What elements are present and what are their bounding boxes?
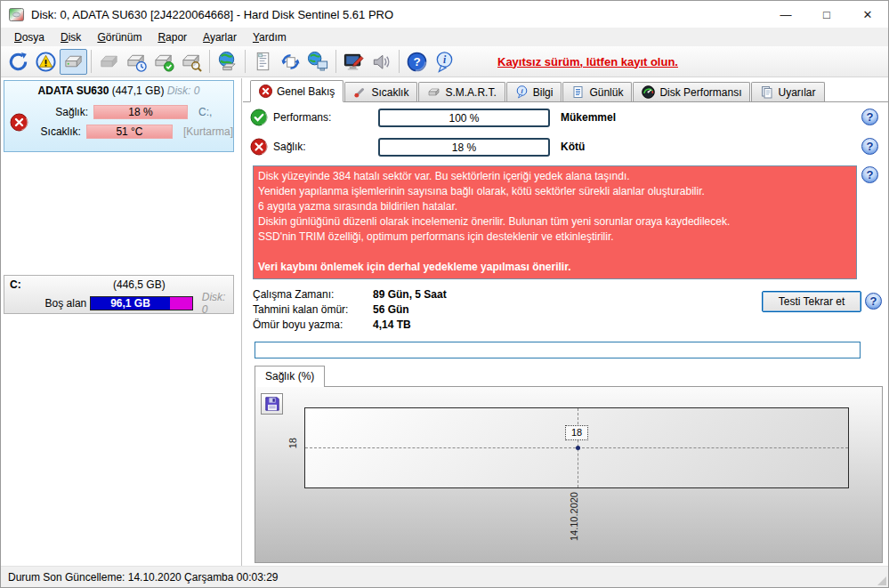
gauge-icon: [642, 85, 655, 99]
stat-label: Tahmini kalan ömür:: [253, 303, 373, 318]
thermometer-icon: [353, 85, 367, 99]
warning-line: 6 aygıta yazma sırasında bildirilen hata…: [258, 199, 852, 214]
tab-uyarilar[interactable]: Uyarılar: [751, 82, 824, 101]
health-value: 18 %: [380, 141, 548, 154]
warning-line: Yeniden yapılanma işlemlerinin sayısına …: [258, 184, 852, 199]
sidebar-temp-bar: 51 °C: [86, 125, 173, 139]
minimize-button[interactable]: —: [765, 1, 806, 28]
menu-disk[interactable]: Disk: [53, 29, 89, 45]
disk-clock-icon[interactable]: [123, 49, 150, 75]
warning-line: Diskin günlüğünü düzenli olarak inceleme…: [258, 214, 852, 230]
document-icon: [571, 85, 585, 99]
warning-final-line: Veri kaybını önlemek için derhal yedekle…: [258, 260, 852, 275]
help-icon[interactable]: ?: [403, 49, 431, 75]
free-space-bar: 96,1 GB: [90, 296, 192, 310]
tab-sicaklik[interactable]: Sıcaklık: [344, 82, 417, 101]
menu-gorunum[interactable]: Görünüm: [89, 29, 150, 45]
save-chart-button[interactable]: [261, 393, 283, 415]
disk-model: ADATA SU630: [38, 85, 109, 97]
warning-textbox: Disk yüzeyinde 384 hatalı sektör var. Bu…: [253, 165, 857, 279]
warning-report-icon[interactable]: [32, 49, 60, 75]
retest-button[interactable]: Testi Tekrar et: [762, 291, 861, 312]
warning-help-icon[interactable]: ?: [861, 166, 878, 183]
health-chart-panel: 18 18 14.10.2020: [255, 386, 883, 563]
chart-tab-saglik[interactable]: Sağlık (%): [255, 366, 325, 387]
disk-overview-icon[interactable]: [60, 49, 87, 75]
menu-dosya[interactable]: Dosya: [6, 29, 53, 45]
menu-yardim[interactable]: Yardım: [245, 29, 295, 45]
disk-number: Disk: 0: [167, 85, 200, 97]
health-row: Sağlık: 18 % Kötü ?: [243, 137, 889, 157]
menu-ayarlar[interactable]: Ayarlar: [195, 29, 245, 45]
chart-y-tick: 18: [287, 438, 298, 448]
register-notice-link[interactable]: Kayıtsız sürüm, lütfen kayıt olun.: [497, 55, 678, 68]
retest-help-icon[interactable]: ?: [865, 293, 882, 310]
tab-genel-bakis[interactable]: Genel Bakış: [250, 80, 343, 102]
performance-help-icon[interactable]: ?: [861, 109, 878, 125]
tab-smart[interactable]: S.M.A.R.T.: [418, 82, 505, 101]
tab-bilgi[interactable]: i Bilgi: [506, 82, 562, 101]
health-label: Sağlık:: [273, 141, 371, 153]
report-icon[interactable]: [249, 49, 277, 75]
chart-point-label: 18: [565, 425, 588, 440]
info-icon[interactable]: i: [431, 49, 458, 75]
menu-rapor[interactable]: Rapor: [150, 29, 195, 45]
partition-list-item[interactable]: C: (446,5 GB) Boş alan 96,1 GB Disk: 0: [4, 275, 234, 314]
close-button[interactable]: ✕: [847, 1, 888, 28]
statusbar: Durum Son Güncelleme: 14.10.2020 Çarşamb…: [1, 566, 888, 587]
sync-icon[interactable]: [277, 49, 304, 75]
stat-value: 56 Gün: [373, 303, 409, 318]
performance-row: Performans: 100 % Mükemmel ?: [243, 108, 889, 127]
partition-size: (446,5 GB): [113, 278, 166, 291]
disk-search-icon[interactable]: [178, 49, 206, 75]
app-icon[interactable]: [9, 7, 24, 22]
window-title: Disk: 0, ADATA SU630 [2J4220064668] - Ha…: [31, 8, 393, 21]
resize-grip[interactable]: [877, 576, 886, 585]
disk-icon: [427, 85, 440, 99]
app-window: Disk: 0, ADATA SU630 [2J4220064668] - Ha…: [0, 0, 889, 588]
refresh-icon[interactable]: [4, 49, 32, 75]
sidebar-health-label: Sağlık:: [4, 106, 93, 118]
toolbar: ? i Kayıtsız sürüm, lütfen kayıt olun.: [1, 46, 888, 77]
disk-check-icon[interactable]: [150, 49, 178, 75]
stat-label: Ömür boyu yazma:: [253, 318, 373, 334]
info-balloon-icon: i: [515, 85, 529, 99]
monitor-pen-icon[interactable]: [340, 49, 368, 75]
chart-plot-area: 18: [304, 407, 849, 488]
disk-list-item[interactable]: ADATA SU630 (447,1 GB) Disk: 0 Sağlık: 1…: [4, 80, 234, 152]
main-panel: Genel Bakış Sıcaklık S.M.A.R.T. i Bilgi …: [243, 78, 889, 568]
chart-x-tick: 14.10.2020: [569, 492, 579, 541]
svg-text:?: ?: [413, 55, 420, 68]
toolbar-separator: [91, 50, 92, 73]
floppy-save-icon: [264, 396, 280, 412]
ok-status-icon: [250, 109, 268, 126]
sidebar-health-bar: 18 %: [93, 105, 188, 119]
tab-gunluk[interactable]: Günlük: [562, 82, 632, 101]
warning-line: SSD'nin TRIM özelliği, optimum performan…: [258, 230, 852, 245]
tab-disk-performansi[interactable]: Disk Performansı: [633, 82, 750, 101]
tab-strip: Genel Bakış Sıcaklık S.M.A.R.T. i Bilgi …: [243, 80, 889, 102]
free-space-label: Boş alan: [4, 297, 90, 310]
titlebar: Disk: 0, ADATA SU630 [2J4220064668] - Ha…: [1, 1, 888, 28]
content: ADATA SU630 (447,1 GB) Disk: 0 Sağlık: 1…: [1, 78, 888, 568]
warning-line: Disk yüzeyinde 384 hatalı sektör var. Bu…: [258, 169, 852, 184]
error-circle-icon: [259, 85, 272, 98]
status-text: Durum Son Güncelleme: 14.10.2020 Çarşamb…: [8, 571, 279, 584]
maximize-button[interactable]: □: [806, 1, 847, 28]
sidebar-disk-state: [Kurtarma]: [173, 125, 233, 138]
toolbar-separator: [209, 50, 210, 73]
partition-disk-number: Disk: 0: [193, 291, 233, 316]
speaker-icon[interactable]: [368, 49, 395, 75]
globe-disk-icon[interactable]: [214, 49, 241, 75]
toolbar-separator: [245, 50, 246, 73]
network-icon[interactable]: [304, 49, 332, 75]
stat-row: Tahmini kalan ömür: 56 Gün: [253, 303, 409, 318]
disk-disabled-icon[interactable]: [95, 49, 123, 75]
comment-input[interactable]: [255, 342, 861, 358]
health-status: Kötü: [561, 141, 585, 153]
sidebar-temp-label: Sıcaklık:: [4, 125, 86, 138]
menubar: Dosya Disk Görünüm Rapor Ayarlar Yardım: [1, 28, 888, 46]
partition-name: C:: [10, 278, 21, 291]
stat-value: 89 Gün, 5 Saat: [373, 288, 447, 303]
health-help-icon[interactable]: ?: [861, 138, 878, 155]
